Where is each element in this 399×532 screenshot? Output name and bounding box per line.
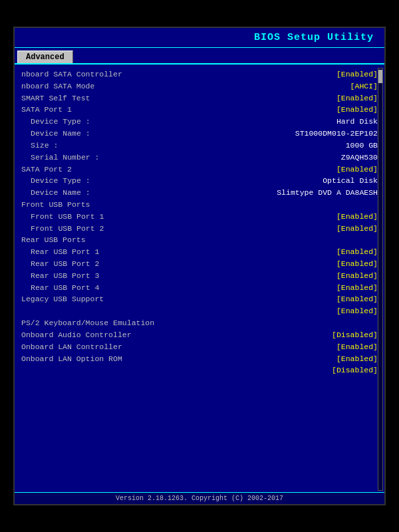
row-value: Optical Disk [323,175,378,187]
bios-row: Front USB Port 1[Enabled] [20,211,379,223]
row-value: [Enabled] [336,92,378,104]
bios-row: Rear USB Port 2[Enabled] [20,258,379,270]
row-label: Rear USB Ports [21,234,86,246]
row-value: Hard Disk [336,116,378,128]
row-label: Device Type : [31,175,90,187]
row-value: [Enabled] [336,211,378,223]
bios-row: nboard SATA Controller[Enabled] [20,68,379,80]
row-value: [AHCI] [350,80,378,92]
bios-row: [Disabled] [20,364,379,376]
row-value: Slimtype DVD A DA8AESH [277,187,378,199]
row-label: Device Type : [31,116,90,128]
row-value: [Enabled] [336,293,378,305]
tab-advanced[interactable]: Advanced [17,51,73,63]
title-bar: BIOS Setup Utility [15,28,384,48]
row-label: Onboard Audio Controller [21,329,132,341]
row-value: [Enabled] [336,246,378,258]
bios-row: Front USB Ports [20,199,379,211]
row-label: Rear USB Port 1 [31,246,100,258]
row-label: nboard SATA Mode [21,80,94,92]
bios-row: Onboard LAN Option ROM[Enabled] [20,353,379,365]
row-label: Onboard LAN Option ROM [21,353,122,365]
row-label: Onboard LAN Controller [21,341,122,353]
row-label: Legacy USB Support [21,293,104,305]
row-value: [Disabled] [332,364,378,376]
bios-row: SATA Port 2[Enabled] [20,164,379,176]
row-label: Size : [31,140,58,152]
row-label: SATA Port 2 [21,164,72,176]
bios-row: Rear USB Port 1[Enabled] [20,246,379,258]
row-value: [Enabled] [336,223,378,235]
bios-row: Device Name :ST1000DM010-2EP102 [20,128,379,140]
bios-row: PS/2 Keyboard/Mouse Emulation [20,317,379,329]
row-value: [Enabled] [336,353,378,365]
row-label: Front USB Port 1 [31,211,104,223]
row-label: Serial Number : [31,152,100,164]
footer: Version 2.18.1263. Copyright (C) 2002-20… [15,492,384,504]
row-value: ST1000DM010-2EP102 [295,128,378,140]
content-area: nboard SATA Controller[Enabled]nboard SA… [15,65,384,380]
bios-row: Rear USB Port 3[Enabled] [20,270,379,282]
row-label: nboard SATA Controller [21,68,122,80]
bios-row: Front USB Port 2[Enabled] [20,223,379,235]
bios-title: BIOS Setup Utility [254,32,374,43]
row-label: PS/2 Keyboard/Mouse Emulation [21,317,154,329]
bios-row: Device Name :Slimtype DVD A DA8AESH [20,187,379,199]
row-label: Rear USB Port 2 [31,258,100,270]
row-label: Front USB Port 2 [31,223,104,235]
bios-row: Size :1000 GB [20,140,379,152]
row-value: Z9AQH530 [341,152,378,164]
row-label: Device Name : [31,187,90,199]
bios-row: Rear USB Ports [20,234,379,246]
row-label: Device Name : [31,128,90,140]
row-value: [Disabled] [332,329,378,341]
tab-row: Advanced [15,48,384,65]
row-value: [Enabled] [336,258,378,270]
row-value: [Enabled] [336,68,378,80]
bios-row: Device Type :Hard Disk [20,116,379,128]
bios-row: Device Type :Optical Disk [20,175,379,187]
bios-row: Onboard Audio Controller[Disabled] [20,329,379,341]
bios-row: SATA Port 1[Enabled] [20,104,379,116]
scrollbar-thumb [378,70,382,83]
bios-row: [Enabled] [20,305,379,317]
scrollbar[interactable] [378,68,383,491]
bios-screen: BIOS Setup Utility Advanced nboard SATA … [13,27,386,505]
bios-row: Serial Number :Z9AQH530 [20,152,379,164]
row-label: Rear USB Port 3 [31,270,100,282]
row-label: Rear USB Port 4 [31,282,100,294]
row-value: [Enabled] [336,164,378,176]
bios-row: nboard SATA Mode[AHCI] [20,80,379,92]
row-label: Front USB Ports [21,199,90,211]
row-label: SATA Port 1 [21,104,72,116]
bios-row: Rear USB Port 4[Enabled] [20,282,379,294]
row-value: [Enabled] [336,305,378,317]
row-value: 1000 GB [346,140,378,152]
row-value: [Enabled] [336,104,378,116]
row-value: [Enabled] [336,341,378,353]
row-value: [Enabled] [336,270,378,282]
bios-row: Onboard LAN Controller[Enabled] [20,341,379,353]
row-value: [Enabled] [336,282,378,294]
bios-row: SMART Self Test[Enabled] [20,92,379,104]
bios-row: Legacy USB Support[Enabled] [20,293,379,305]
row-label: SMART Self Test [21,92,90,104]
